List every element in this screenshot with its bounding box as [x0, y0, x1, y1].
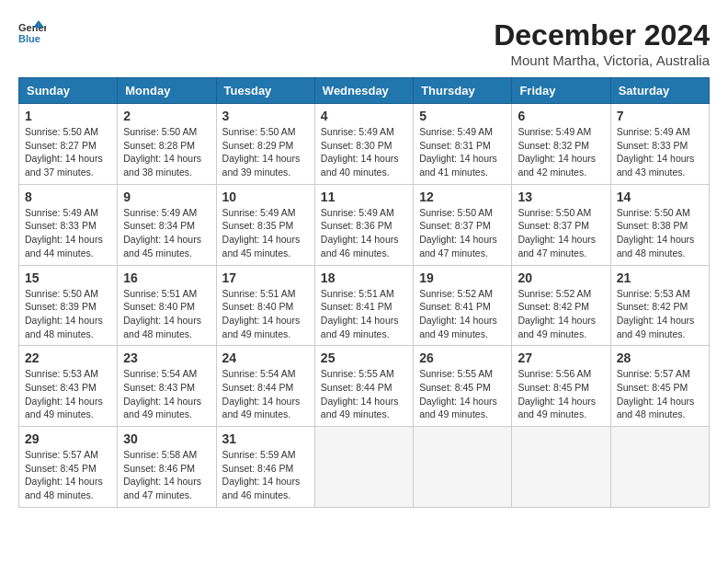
calendar-cell: 25Sunrise: 5:55 AM Sunset: 8:44 PM Dayli…: [314, 346, 413, 427]
day-number: 22: [25, 350, 111, 365]
calendar-body: 1Sunrise: 5:50 AM Sunset: 8:27 PM Daylig…: [19, 104, 710, 508]
calendar-cell: 1Sunrise: 5:50 AM Sunset: 8:27 PM Daylig…: [19, 104, 118, 185]
calendar-cell: 19Sunrise: 5:52 AM Sunset: 8:41 PM Dayli…: [414, 265, 512, 346]
calendar-header-friday: Friday: [512, 78, 610, 104]
calendar-cell: 7Sunrise: 5:49 AM Sunset: 8:33 PM Daylig…: [610, 104, 709, 185]
day-number: 10: [222, 190, 309, 204]
day-number: 11: [321, 190, 407, 204]
cell-sun-info: Sunrise: 5:58 AM Sunset: 8:46 PM Dayligh…: [123, 448, 210, 502]
cell-sun-info: Sunrise: 5:54 AM Sunset: 8:43 PM Dayligh…: [123, 367, 210, 421]
cell-sun-info: Sunrise: 5:51 AM Sunset: 8:40 PM Dayligh…: [222, 287, 309, 341]
calendar-table: SundayMondayTuesdayWednesdayThursdayFrid…: [18, 77, 710, 508]
day-number: 28: [617, 350, 703, 365]
title-area: December 2024 Mount Martha, Victoria, Au…: [494, 18, 710, 68]
calendar-cell: 6Sunrise: 5:49 AM Sunset: 8:32 PM Daylig…: [512, 104, 610, 185]
calendar-cell: 23Sunrise: 5:54 AM Sunset: 8:43 PM Dayli…: [118, 346, 216, 427]
cell-sun-info: Sunrise: 5:57 AM Sunset: 8:45 PM Dayligh…: [617, 367, 703, 421]
day-number: 27: [518, 350, 604, 365]
calendar-cell: 21Sunrise: 5:53 AM Sunset: 8:42 PM Dayli…: [610, 265, 709, 346]
calendar-cell: 28Sunrise: 5:57 AM Sunset: 8:45 PM Dayli…: [610, 346, 709, 427]
calendar-cell: 2Sunrise: 5:50 AM Sunset: 8:28 PM Daylig…: [118, 104, 216, 185]
cell-sun-info: Sunrise: 5:50 AM Sunset: 8:27 PM Dayligh…: [25, 125, 111, 179]
calendar-cell: 11Sunrise: 5:49 AM Sunset: 8:36 PM Dayli…: [314, 184, 413, 265]
day-number: 14: [617, 190, 703, 204]
calendar-cell: 26Sunrise: 5:55 AM Sunset: 8:45 PM Dayli…: [414, 346, 512, 427]
calendar-cell: 3Sunrise: 5:50 AM Sunset: 8:29 PM Daylig…: [216, 104, 314, 185]
calendar-cell: 17Sunrise: 5:51 AM Sunset: 8:40 PM Dayli…: [216, 265, 314, 346]
day-number: 4: [321, 109, 407, 123]
calendar-cell: [610, 427, 709, 508]
calendar-cell: 8Sunrise: 5:49 AM Sunset: 8:33 PM Daylig…: [19, 184, 118, 265]
calendar-cell: 16Sunrise: 5:51 AM Sunset: 8:40 PM Dayli…: [118, 265, 216, 346]
svg-text:Blue: Blue: [18, 33, 40, 44]
cell-sun-info: Sunrise: 5:52 AM Sunset: 8:41 PM Dayligh…: [419, 287, 506, 341]
cell-sun-info: Sunrise: 5:50 AM Sunset: 8:37 PM Dayligh…: [518, 206, 604, 260]
calendar-cell: 18Sunrise: 5:51 AM Sunset: 8:41 PM Dayli…: [314, 265, 413, 346]
calendar-cell: 29Sunrise: 5:57 AM Sunset: 8:45 PM Dayli…: [19, 427, 118, 508]
calendar-week-2: 8Sunrise: 5:49 AM Sunset: 8:33 PM Daylig…: [19, 184, 710, 265]
calendar-cell: [414, 427, 512, 508]
day-number: 25: [321, 350, 407, 365]
day-number: 13: [518, 190, 604, 204]
cell-sun-info: Sunrise: 5:49 AM Sunset: 8:36 PM Dayligh…: [321, 206, 407, 260]
cell-sun-info: Sunrise: 5:50 AM Sunset: 8:38 PM Dayligh…: [617, 206, 703, 260]
calendar-cell: 4Sunrise: 5:49 AM Sunset: 8:30 PM Daylig…: [314, 104, 413, 185]
calendar-cell: 31Sunrise: 5:59 AM Sunset: 8:46 PM Dayli…: [216, 427, 314, 508]
calendar-cell: 5Sunrise: 5:49 AM Sunset: 8:31 PM Daylig…: [414, 104, 512, 185]
calendar-week-1: 1Sunrise: 5:50 AM Sunset: 8:27 PM Daylig…: [19, 104, 710, 185]
calendar-cell: 22Sunrise: 5:53 AM Sunset: 8:43 PM Dayli…: [19, 346, 118, 427]
day-number: 2: [123, 109, 210, 123]
cell-sun-info: Sunrise: 5:53 AM Sunset: 8:42 PM Dayligh…: [617, 287, 703, 341]
logo: General Blue: [18, 18, 46, 46]
calendar-cell: 30Sunrise: 5:58 AM Sunset: 8:46 PM Dayli…: [118, 427, 216, 508]
cell-sun-info: Sunrise: 5:55 AM Sunset: 8:44 PM Dayligh…: [321, 367, 407, 421]
cell-sun-info: Sunrise: 5:59 AM Sunset: 8:46 PM Dayligh…: [222, 448, 309, 502]
calendar-header-wednesday: Wednesday: [314, 78, 413, 104]
day-number: 15: [25, 270, 111, 285]
cell-sun-info: Sunrise: 5:49 AM Sunset: 8:34 PM Dayligh…: [123, 206, 210, 260]
day-number: 21: [617, 270, 703, 285]
calendar-header-thursday: Thursday: [414, 78, 512, 104]
calendar-week-3: 15Sunrise: 5:50 AM Sunset: 8:39 PM Dayli…: [19, 265, 710, 346]
calendar-cell: 9Sunrise: 5:49 AM Sunset: 8:34 PM Daylig…: [118, 184, 216, 265]
calendar-week-4: 22Sunrise: 5:53 AM Sunset: 8:43 PM Dayli…: [19, 346, 710, 427]
day-number: 26: [419, 350, 506, 365]
day-number: 12: [419, 190, 506, 204]
calendar-header-row: SundayMondayTuesdayWednesdayThursdayFrid…: [19, 78, 710, 104]
month-title: December 2024: [494, 18, 710, 52]
location-title: Mount Martha, Victoria, Australia: [494, 52, 710, 68]
cell-sun-info: Sunrise: 5:55 AM Sunset: 8:45 PM Dayligh…: [419, 367, 506, 421]
cell-sun-info: Sunrise: 5:49 AM Sunset: 8:32 PM Dayligh…: [518, 125, 604, 179]
cell-sun-info: Sunrise: 5:49 AM Sunset: 8:31 PM Dayligh…: [419, 125, 506, 179]
calendar-cell: [314, 427, 413, 508]
calendar-cell: 15Sunrise: 5:50 AM Sunset: 8:39 PM Dayli…: [19, 265, 118, 346]
cell-sun-info: Sunrise: 5:54 AM Sunset: 8:44 PM Dayligh…: [222, 367, 309, 421]
cell-sun-info: Sunrise: 5:50 AM Sunset: 8:28 PM Dayligh…: [123, 125, 210, 179]
day-number: 20: [518, 270, 604, 285]
calendar-week-5: 29Sunrise: 5:57 AM Sunset: 8:45 PM Dayli…: [19, 427, 710, 508]
calendar-cell: 20Sunrise: 5:52 AM Sunset: 8:42 PM Dayli…: [512, 265, 610, 346]
calendar-header-sunday: Sunday: [19, 78, 118, 104]
cell-sun-info: Sunrise: 5:50 AM Sunset: 8:37 PM Dayligh…: [419, 206, 506, 260]
calendar-cell: 10Sunrise: 5:49 AM Sunset: 8:35 PM Dayli…: [216, 184, 314, 265]
day-number: 18: [321, 270, 407, 285]
day-number: 7: [617, 109, 703, 123]
calendar-cell: 27Sunrise: 5:56 AM Sunset: 8:45 PM Dayli…: [512, 346, 610, 427]
calendar-header-monday: Monday: [118, 78, 216, 104]
cell-sun-info: Sunrise: 5:49 AM Sunset: 8:30 PM Dayligh…: [321, 125, 407, 179]
day-number: 8: [25, 190, 111, 204]
cell-sun-info: Sunrise: 5:57 AM Sunset: 8:45 PM Dayligh…: [25, 448, 111, 502]
cell-sun-info: Sunrise: 5:50 AM Sunset: 8:29 PM Dayligh…: [222, 125, 309, 179]
page-header: General Blue December 2024 Mount Martha,…: [18, 18, 710, 68]
cell-sun-info: Sunrise: 5:51 AM Sunset: 8:41 PM Dayligh…: [321, 287, 407, 341]
day-number: 5: [419, 109, 506, 123]
cell-sun-info: Sunrise: 5:49 AM Sunset: 8:35 PM Dayligh…: [222, 206, 309, 260]
day-number: 31: [222, 431, 309, 446]
cell-sun-info: Sunrise: 5:49 AM Sunset: 8:33 PM Dayligh…: [617, 125, 703, 179]
day-number: 3: [222, 109, 309, 123]
cell-sun-info: Sunrise: 5:53 AM Sunset: 8:43 PM Dayligh…: [25, 367, 111, 421]
day-number: 19: [419, 270, 506, 285]
cell-sun-info: Sunrise: 5:56 AM Sunset: 8:45 PM Dayligh…: [518, 367, 604, 421]
day-number: 30: [123, 431, 210, 446]
day-number: 16: [123, 270, 210, 285]
